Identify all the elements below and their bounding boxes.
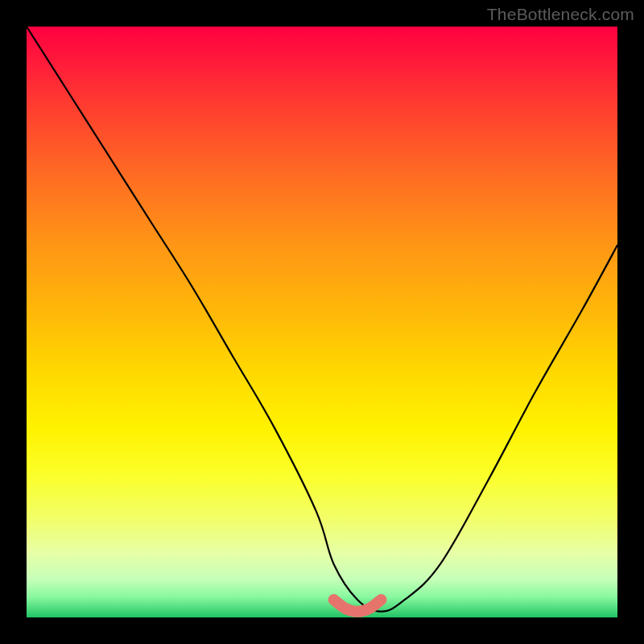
optimal-range-highlight: [334, 600, 382, 612]
bottleneck-curve-svg: [27, 27, 617, 617]
chart-frame: TheBottleneck.com: [0, 0, 644, 644]
watermark-text: TheBottleneck.com: [487, 5, 634, 24]
bottleneck-curve-path: [27, 27, 617, 612]
plot-area: [27, 27, 617, 617]
